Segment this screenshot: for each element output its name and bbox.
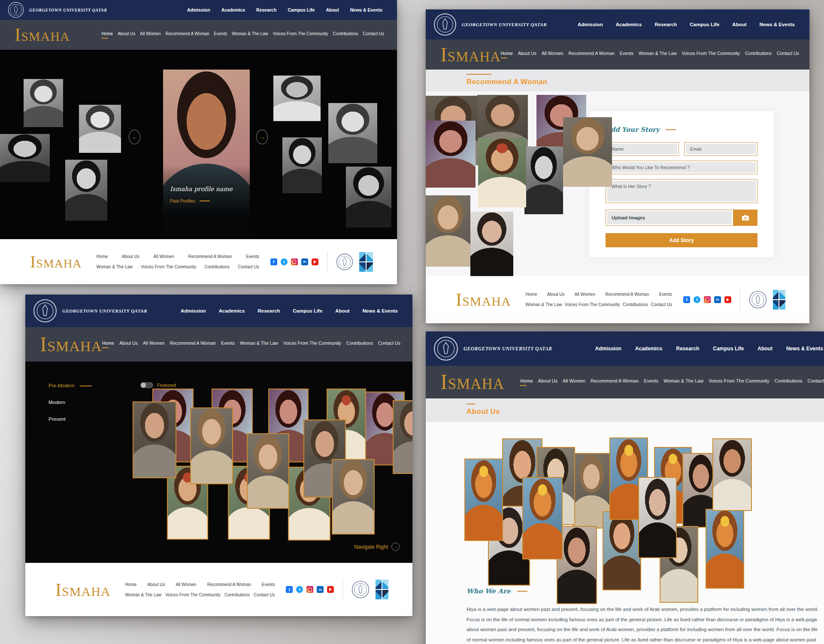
instagram-icon[interactable] [291,258,298,265]
footer-link-events[interactable]: Events [262,582,275,587]
site-nav-item-woman-the-law[interactable]: Woman & The Law [639,51,677,56]
past-profiles-link[interactable]: Past Profiles [170,198,243,204]
university-nav-item-admission[interactable]: Admission [578,22,603,27]
university-nav-item-academics[interactable]: Academics [616,22,642,27]
site-nav-item-woman-the-law[interactable]: Woman & The Law [232,31,268,36]
university-nav-item-news-events[interactable]: News & Events [786,346,823,352]
era-filter-present[interactable]: Present [48,416,92,422]
footer-link-recommend-a-woman[interactable]: Recommend A Woman [188,254,232,259]
linkedin-icon[interactable]: in [317,586,324,593]
footer-link-home[interactable]: Home [96,254,108,259]
site-nav-item-home[interactable]: Home [520,378,533,386]
footer-link-about-us[interactable]: About Us [147,582,165,587]
facebook-icon[interactable]: f [286,586,293,593]
carousel-portrait[interactable] [273,76,321,121]
university-nav-item-campus-life[interactable]: Campus Life [690,22,719,27]
university-nav-item-news-events[interactable]: News & Events [760,22,795,27]
footer-link-woman-the-law[interactable]: Woman & The Law [526,302,562,307]
university-nav-item-research[interactable]: Research [258,308,280,313]
twitter-icon[interactable]: t [296,586,303,593]
site-nav-item-recommend-a-woman[interactable]: Recommend A Woman [170,340,216,346]
featured-portrait[interactable]: Ismaha profile name Past Profiles [163,70,250,237]
university-nav-item-admission[interactable]: Admission [181,308,206,313]
footer-link-recommend-a-woman[interactable]: Recommend A Woman [207,582,251,587]
carousel-portrait[interactable] [79,105,121,153]
footer-link-contributions[interactable]: Contributions [204,264,230,269]
footer-link-about-us[interactable]: About Us [122,254,139,259]
university-nav-item-campus-life[interactable]: Campus Life [293,308,322,313]
recommend-input[interactable] [606,161,757,174]
footer-link-contact-us[interactable]: Contact Us [651,302,672,307]
carousel-next-button[interactable]: → [256,130,268,144]
site-nav-item-events[interactable]: Events [644,378,658,383]
linkedin-icon[interactable]: in [301,258,308,265]
carousel-portrait[interactable] [0,134,50,182]
footer-link-all-women[interactable]: All Women [176,582,196,587]
site-nav-item-voices-from-the-community[interactable]: Voices From The Community [682,51,740,56]
university-nav-item-about[interactable]: About [326,7,339,12]
footer-link-recommend-a-woman[interactable]: Recommend A Woman [605,292,649,297]
site-nav-item-home[interactable]: Home [501,51,513,58]
university-nav-item-about[interactable]: About [757,346,772,352]
site-nav-item-woman-the-law[interactable]: Woman & The Law [663,378,703,383]
footer-link-voices-from-the-community[interactable]: Voices From The Community [565,302,620,307]
university-nav-item-campus-life[interactable]: Campus Life [713,346,744,352]
site-nav-item-about-us[interactable]: About Us [538,378,557,383]
site-nav-item-all-women[interactable]: All Women [140,31,161,36]
upload-images-field[interactable]: Upload Images [606,210,733,226]
site-nav-item-home[interactable]: Home [102,340,114,348]
site-nav-item-about-us[interactable]: About Us [518,51,536,56]
footer-link-events[interactable]: Events [659,292,672,297]
university-nav-item-research[interactable]: Research [256,7,276,12]
site-nav-item-about-us[interactable]: About Us [119,340,138,346]
footer-link-voices-from-the-community[interactable]: Voices From The Community [141,264,196,269]
instagram-icon[interactable] [306,586,313,593]
site-nav-item-recommend-a-woman[interactable]: Recommend A Woman [591,378,639,383]
name-input[interactable] [606,142,679,156]
site-nav-item-contact-us[interactable]: Contact Us [363,31,384,36]
footer-link-all-women[interactable]: All Women [154,254,174,259]
university-nav-item-academics[interactable]: Academics [635,346,662,352]
university-nav-item-academics[interactable]: Academics [219,308,245,313]
site-nav-item-contributions[interactable]: Contributions [333,31,358,36]
footer-link-all-women[interactable]: All Women [575,292,595,297]
carousel-portrait[interactable] [65,160,107,221]
youtube-icon[interactable] [312,258,318,265]
site-nav-item-contact-us[interactable]: Contact Us [378,340,400,346]
twitter-icon[interactable]: t [694,296,700,303]
era-filter-pre-modern[interactable]: Pre-Modern [48,383,92,388]
gallery-portrait[interactable] [332,459,375,535]
site-nav-item-home[interactable]: Home [102,31,113,39]
site-nav-item-all-women[interactable]: All Women [563,378,585,383]
footer-link-home[interactable]: Home [125,582,137,587]
university-nav-item-news-events[interactable]: News & Events [363,308,398,313]
site-nav-item-contact-us[interactable]: Contact Us [808,378,824,383]
carousel-portrait[interactable] [282,137,322,193]
footer-link-voices-from-the-community[interactable]: Voices From The Community [165,592,221,597]
site-nav-item-all-women[interactable]: All Women [542,51,563,56]
instagram-icon[interactable] [704,296,711,303]
carousel-portrait[interactable] [328,103,377,163]
facebook-icon[interactable]: f [683,296,690,303]
carousel-prev-button[interactable]: ← [129,130,140,144]
youtube-icon[interactable] [724,296,731,303]
site-nav-item-events[interactable]: Events [620,51,633,56]
gallery-portrait[interactable] [190,407,233,484]
site-nav-item-contributions[interactable]: Contributions [775,378,803,383]
gallery-portrait[interactable] [393,400,412,474]
university-nav-item-research[interactable]: Research [655,22,677,27]
site-nav-item-voices-from-the-community[interactable]: Voices From The Community [709,378,769,383]
site-nav-item-events[interactable]: Events [214,31,227,36]
site-nav-item-contact-us[interactable]: Contact Us [777,51,799,56]
university-nav-item-research[interactable]: Research [676,346,699,352]
email-input[interactable] [684,142,757,156]
site-nav-item-voices-from-the-community[interactable]: Voices From The Community [273,31,328,36]
story-textarea[interactable] [606,179,757,203]
linkedin-icon[interactable]: in [714,296,721,303]
university-nav-item-academics[interactable]: Academics [221,7,245,12]
footer-link-contributions[interactable]: Contributions [623,302,648,307]
footer-link-about-us[interactable]: About Us [547,292,564,297]
university-nav-item-about[interactable]: About [732,22,746,27]
footer-link-woman-the-law[interactable]: Woman & The Law [125,592,162,597]
footer-link-contact-us[interactable]: Contact Us [254,592,275,597]
